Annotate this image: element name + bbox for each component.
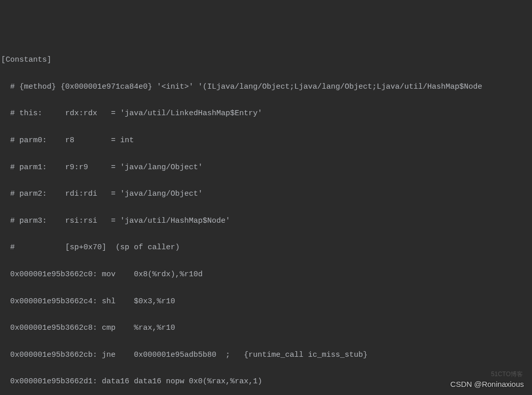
asm-comment: # parm3: rsi:rsi = 'java/util/HashMap$No… bbox=[0, 215, 532, 228]
asm-instruction: 0x000001e95b3662c4: shl $0x3,%r10 bbox=[0, 295, 532, 308]
asm-comment: # [sp+0x70] (sp of caller) bbox=[0, 241, 532, 254]
asm-instruction: 0x000001e95b3662d1: data16 data16 nopw 0… bbox=[0, 375, 532, 388]
asm-instruction: 0x000001e95b3662cb: jne 0x000001e95adb5b… bbox=[0, 349, 532, 362]
asm-comment: # {method} {0x000001e971ca84e0} '<init>'… bbox=[0, 81, 532, 94]
asm-comment: # parm1: r9:r9 = 'java/lang/Object' bbox=[0, 161, 532, 174]
section-constants: [Constants] bbox=[0, 54, 532, 67]
asm-comment: # parm0: r8 = int bbox=[0, 134, 532, 147]
asm-comment: # this: rdx:rdx = 'java/util/LinkedHashM… bbox=[0, 107, 532, 120]
asm-comment: # parm2: rdi:rdi = 'java/lang/Object' bbox=[0, 188, 532, 201]
asm-instruction: 0x000001e95b3662c8: cmp %rax,%r10 bbox=[0, 322, 532, 335]
asm-instruction: 0x000001e95b3662c0: mov 0x8(%rdx),%r10d bbox=[0, 268, 532, 281]
